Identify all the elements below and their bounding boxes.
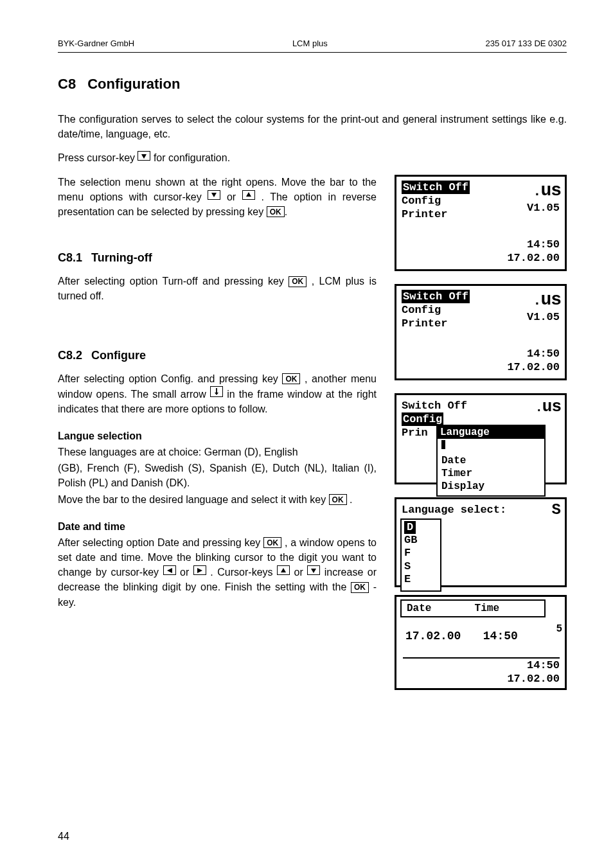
date-time-header-row: Date Time bbox=[400, 599, 546, 617]
heading-c8: C8Configuration bbox=[58, 76, 567, 93]
lcd-panel-config-submenu: .us Switch Off Config Prin Language Date… bbox=[395, 393, 567, 484]
val-time: 14:50 bbox=[483, 630, 518, 642]
heading-c8-title: Configuration bbox=[87, 76, 180, 92]
brand-letter: S bbox=[552, 500, 561, 520]
left-arrow-key-icon bbox=[163, 565, 176, 575]
lang-s: S bbox=[404, 560, 438, 573]
svg-marker-8 bbox=[311, 569, 316, 573]
lang-f: F bbox=[404, 547, 438, 560]
svg-marker-2 bbox=[246, 192, 251, 197]
lcd-panel-language-select: Language select: S D GB F S E bbox=[395, 497, 567, 587]
language-list: D GB F S E bbox=[400, 518, 441, 592]
menu-switch-off: Switch Off bbox=[402, 181, 470, 194]
down-arrow-key-icon bbox=[138, 151, 150, 161]
ok-key: OK bbox=[289, 276, 306, 287]
date-time-paragraph: After selecting option Date and pressing… bbox=[58, 535, 377, 610]
up-arrow-key-icon bbox=[277, 565, 290, 575]
down-arrow-straight-icon bbox=[210, 386, 223, 397]
val-date: 17.02.00 bbox=[405, 629, 476, 644]
config-submenu: Language Date Timer Display bbox=[436, 425, 546, 497]
date-time-heading: Date and time bbox=[58, 521, 377, 533]
svg-marker-1 bbox=[211, 193, 217, 197]
sec82-paragraph: After selecting option Config. and press… bbox=[58, 371, 377, 417]
panel-time: 14:50 bbox=[507, 238, 560, 251]
header-center: LCM plus bbox=[292, 39, 328, 48]
svg-marker-5 bbox=[167, 568, 172, 573]
panel-time: 14:50 bbox=[507, 347, 560, 360]
submenu-language: Language bbox=[438, 426, 544, 439]
foot-time: 14:50 bbox=[507, 659, 560, 672]
svg-marker-0 bbox=[141, 154, 147, 159]
page-number: 44 bbox=[58, 831, 69, 842]
down-arrow-key-icon bbox=[208, 190, 220, 200]
langue-p2: (GB), French (F), Swedish (S), Spanish (… bbox=[58, 461, 377, 490]
ok-key: OK bbox=[263, 537, 281, 548]
langue-p3: Move the bar to the desired language and… bbox=[58, 492, 377, 507]
lang-d: D bbox=[404, 521, 416, 534]
svg-marker-4 bbox=[215, 393, 218, 395]
intro-paragraph: The configuration serves to select the c… bbox=[58, 112, 567, 141]
ok-key: OK bbox=[329, 494, 347, 505]
brand-logo: .us bbox=[533, 179, 561, 202]
submenu-timer: Timer bbox=[441, 467, 540, 480]
brand-logo: .us bbox=[535, 396, 561, 418]
header-right: 235 017 133 DE 0302 bbox=[486, 39, 567, 48]
heading-c8-num: C8 bbox=[58, 76, 76, 93]
heading-c81: C8.1Turning-off bbox=[58, 251, 377, 265]
brand-logo: .us bbox=[533, 288, 561, 311]
selection-paragraph: The selection menu shown at the right op… bbox=[58, 175, 377, 220]
down-arrow-key-icon bbox=[307, 565, 320, 575]
submenu-display: Display bbox=[441, 480, 540, 493]
lcd-panel-switchoff-1: .us V1.05 Switch Off Config Printer 14:5… bbox=[395, 175, 567, 271]
langue-p1: These languages are at choice: German (D… bbox=[58, 445, 377, 459]
svg-marker-6 bbox=[197, 568, 202, 573]
heading-c82: C8.2Configure bbox=[58, 349, 377, 362]
svg-marker-7 bbox=[281, 568, 286, 572]
lcd-panel-switchoff-2: .us V1.05 Switch Off Config Printer 14:5… bbox=[395, 284, 567, 380]
page-header: BYK-Gardner GmbH LCM plus 235 017 133 DE… bbox=[58, 39, 567, 53]
ok-key: OK bbox=[351, 582, 369, 593]
hdr-date: Date bbox=[407, 602, 468, 615]
panel-version: V1.05 bbox=[527, 310, 560, 324]
up-arrow-key-icon bbox=[242, 190, 255, 200]
right-arrow-key-icon bbox=[193, 565, 206, 575]
lcd-panel-date-time: Date Time 5 17.02.00 14:50 14:50 17.02.0… bbox=[395, 595, 567, 690]
cursor-block-icon bbox=[441, 440, 445, 449]
lang-e: E bbox=[404, 573, 438, 586]
submenu-date: Date bbox=[441, 454, 540, 467]
langue-heading: Langue selection bbox=[58, 430, 377, 442]
hdr-time: Time bbox=[475, 603, 499, 614]
ok-key: OK bbox=[282, 373, 300, 384]
header-left: BYK-Gardner GmbH bbox=[58, 39, 134, 48]
sec81-paragraph: After selecting option Turn-off and pres… bbox=[58, 274, 377, 303]
lang-gb: GB bbox=[404, 534, 438, 547]
panel-version: V1.05 bbox=[527, 201, 560, 215]
right-tick-5: 5 bbox=[556, 623, 562, 635]
foot-date: 17.02.00 bbox=[507, 672, 560, 686]
ok-key: OK bbox=[267, 206, 285, 217]
press-cursor-line: Press cursor-key for configuration. bbox=[58, 150, 567, 165]
menu-switch-off: Switch Off bbox=[402, 290, 470, 303]
language-select-title: Language select: bbox=[402, 504, 506, 516]
panel-date: 17.02.00 bbox=[507, 251, 560, 265]
panel-date: 17.02.00 bbox=[507, 360, 560, 374]
